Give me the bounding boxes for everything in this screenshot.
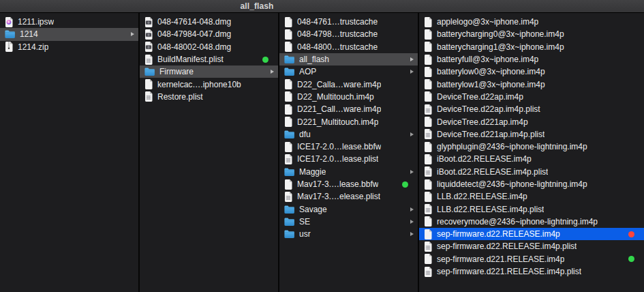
plist-doc-icon	[284, 192, 297, 202]
disclosure-triangle-icon	[410, 232, 414, 236]
folder-row[interactable]: 1214	[0, 28, 138, 40]
plist-doc-icon	[144, 91, 157, 102]
folder-row[interactable]: Firmware	[140, 65, 278, 78]
dmg-doc-icon	[144, 42, 157, 52]
generic-doc-icon	[424, 55, 437, 65]
file-label: ICE17-2.0…lease.plist	[297, 154, 378, 164]
file-label: 1214	[20, 29, 38, 39]
file-label: all_flash	[299, 55, 329, 64]
generic-doc-icon	[284, 142, 297, 152]
file-row[interactable]: 048-48002-048.dmg	[140, 41, 278, 53]
file-row[interactable]: D221_Call…ware.im4p	[279, 103, 418, 115]
file-row[interactable]: 048-4798…trustcache	[279, 28, 418, 40]
file-label: LLB.d22.RELEASE.im4p.plist	[437, 205, 544, 214]
folder-row[interactable]: Maggie	[279, 166, 418, 178]
file-label: kernelcac….iphone10b	[157, 80, 241, 89]
folder-row[interactable]: all_flash	[279, 53, 418, 65]
finder-column-2: 048-47614-048.dmg048-47984-047.dmg048-48…	[140, 13, 279, 292]
generic-doc-icon	[424, 67, 437, 77]
title-bar[interactable]: all_flash	[0, 0, 644, 13]
folder-row[interactable]: usr	[279, 228, 418, 240]
file-label: D221_Multitouch.im4p	[297, 117, 378, 127]
generic-doc-icon	[284, 79, 297, 89]
file-row[interactable]: kernelcac….iphone10b	[140, 78, 278, 90]
finder-window: all_flash 1211.ipsw12141214.zip048-47614…	[0, 0, 644, 292]
finder-column-4: applelogo@3x~iphone.im4pbatterycharging0…	[419, 13, 644, 292]
file-row[interactable]: 048-47984-047.dmg	[140, 28, 278, 40]
file-row[interactable]: batterycharging0@3x~iphone.im4p	[419, 28, 644, 40]
folder-icon	[144, 68, 159, 76]
folder-icon	[284, 230, 299, 238]
file-label: batterylow1@3x~iphone.im4p	[437, 80, 545, 89]
file-label: sep-firmware.d221.RELEASE.im4p.plist	[437, 267, 581, 276]
file-label: sep-firmware.d221.RELEASE.im4p	[437, 254, 564, 264]
file-row[interactable]: 1211.ipsw	[0, 16, 138, 28]
file-label: D22_Calla…ware.im4p	[297, 80, 381, 89]
file-row[interactable]: sep-firmware.d221.RELEASE.im4p.plist	[419, 265, 644, 278]
file-row[interactable]: sep-firmware.d22.RELEASE.im4p	[419, 228, 644, 240]
file-row[interactable]: DeviceTree.d22ap.im4p.plist	[419, 103, 644, 115]
file-row[interactable]: DeviceTree.d221ap.im4p.plist	[419, 128, 644, 141]
file-row[interactable]: iBoot.d22.RELEASE.im4p	[419, 153, 644, 165]
folder-row[interactable]: AOP	[279, 65, 418, 78]
file-row[interactable]: D22_Multitouch.im4p	[279, 91, 418, 103]
generic-doc-icon	[284, 91, 297, 102]
file-label: 048-4761…trustcache	[297, 17, 378, 27]
generic-doc-icon	[144, 79, 157, 89]
file-row[interactable]: sep-firmware.d22.RELEASE.im4p.plist	[419, 240, 644, 252]
file-row[interactable]: batterycharging1@3x~iphone.im4p	[419, 41, 644, 53]
generic-doc-icon	[424, 42, 437, 52]
file-row[interactable]: 1214.zip	[0, 41, 138, 53]
generic-doc-icon	[424, 254, 437, 264]
plist-doc-icon	[144, 55, 157, 65]
file-row[interactable]: recoverymode@2436~iphone-lightning.im4p	[419, 216, 644, 228]
file-row[interactable]: 048-4800…trustcache	[279, 41, 418, 53]
file-row[interactable]: iBoot.d22.RELEASE.im4p.plist	[419, 166, 644, 178]
file-row[interactable]: liquiddetect@2436~iphone-lightning.im4p	[419, 178, 644, 190]
file-label: SE	[299, 217, 310, 227]
file-row[interactable]: Mav17-3.…elease.plist	[279, 190, 418, 203]
file-row[interactable]: batterylow0@3x~iphone.im4p	[419, 65, 644, 78]
file-row[interactable]: batterylow1@3x~iphone.im4p	[419, 78, 644, 90]
file-row[interactable]: DeviceTree.d22ap.im4p	[419, 91, 644, 103]
file-row[interactable]: D22_Calla…ware.im4p	[279, 78, 418, 90]
file-row[interactable]: D221_Multitouch.im4p	[279, 115, 418, 128]
plist-doc-icon	[424, 267, 437, 277]
generic-doc-icon	[284, 17, 297, 27]
file-row[interactable]: 048-4761…trustcache	[279, 16, 418, 28]
file-row[interactable]: batteryfull@3x~iphone.im4p	[419, 53, 644, 65]
red-tag-dot	[628, 231, 634, 237]
green-tag-dot	[402, 181, 408, 188]
file-row[interactable]: DeviceTree.d221ap.im4p	[419, 115, 644, 128]
file-label: batterycharging0@3x~iphone.im4p	[437, 29, 564, 39]
file-row[interactable]: LLB.d22.RELEASE.im4p	[419, 190, 644, 203]
file-label: ICE17-2.0…lease.bbfw	[297, 142, 381, 151]
file-row[interactable]: applelogo@3x~iphone.im4p	[419, 16, 644, 28]
folder-row[interactable]: dfu	[279, 128, 418, 141]
file-row[interactable]: glyphplugin@2436~iphone-lightning.im4p	[419, 141, 644, 153]
folder-row[interactable]: Savage	[279, 203, 418, 215]
file-label: batteryfull@3x~iphone.im4p	[437, 55, 538, 64]
generic-doc-icon	[284, 29, 297, 40]
folder-row[interactable]: SE	[279, 216, 418, 228]
file-row[interactable]: 048-47614-048.dmg	[140, 16, 278, 28]
file-label: 048-48002-048.dmg	[157, 42, 231, 52]
file-label: Restore.plist	[157, 92, 203, 102]
plist-doc-icon	[424, 166, 437, 177]
file-row[interactable]: ICE17-2.0…lease.bbfw	[279, 141, 418, 153]
folder-icon	[284, 205, 299, 214]
file-label: iBoot.d22.RELEASE.im4p.plist	[437, 167, 548, 177]
file-row[interactable]: Restore.plist	[140, 91, 278, 103]
file-row[interactable]: ICE17-2.0…lease.plist	[279, 153, 418, 165]
file-label: iBoot.d22.RELEASE.im4p	[437, 154, 532, 164]
file-label: DeviceTree.d221ap.im4p	[437, 117, 528, 127]
file-row[interactable]: LLB.d22.RELEASE.im4p.plist	[419, 203, 644, 215]
file-label: 048-47614-048.dmg	[157, 17, 231, 27]
folder-icon	[284, 55, 299, 63]
plist-doc-icon	[284, 154, 297, 164]
file-row[interactable]: Mav17-3.…lease.bbfw	[279, 178, 418, 190]
file-row[interactable]: sep-firmware.d221.RELEASE.im4p	[419, 253, 644, 265]
file-label: Maggie	[299, 167, 326, 177]
generic-doc-icon	[424, 29, 437, 40]
file-row[interactable]: BuildManifest.plist	[140, 53, 278, 65]
